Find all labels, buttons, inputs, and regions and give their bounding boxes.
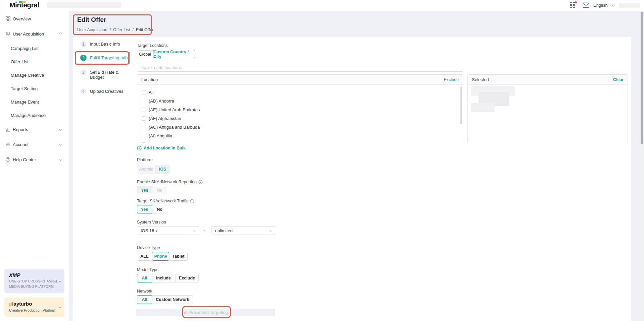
- step-label: Input Basic Info: [90, 41, 120, 47]
- scrollbar-thumb[interactable]: [641, 12, 643, 144]
- sidebar-item-manage-audience[interactable]: Manage Audience: [0, 112, 69, 119]
- checkbox[interactable]: [142, 142, 146, 143]
- xmp-promo-card[interactable]: XMP ONE-STOP CROSS-CHANNEL MEDIA BUYING …: [4, 269, 64, 293]
- sidebar-item-manage-event[interactable]: Manage Event: [0, 99, 69, 105]
- apps-grid-icon[interactable]: [569, 2, 576, 9]
- chevron-down-icon[interactable]: [612, 3, 615, 7]
- chevron-down-icon: [269, 229, 272, 232]
- location-row[interactable]: (AL) Albania: [137, 140, 463, 143]
- checkbox[interactable]: [142, 134, 146, 138]
- location-row[interactable]: (AD) Andorra: [137, 97, 463, 105]
- skad-traffic-no-button[interactable]: No: [152, 205, 167, 213]
- step-3-set-bid-rate-budget[interactable]: 3 Set Bid Rate & Budget: [80, 69, 124, 80]
- location-row[interactable]: (AI) Anguilla: [137, 131, 463, 140]
- custom-country-city-button[interactable]: Custom Country / City: [153, 50, 195, 58]
- bulk-link-label: Add Location in Bulk: [144, 146, 186, 150]
- add-location-in-bulk-link[interactable]: Add Location in Bulk: [137, 146, 186, 150]
- location-row[interactable]: All: [137, 88, 463, 97]
- breadcrumb-offer-list[interactable]: Offer List: [113, 27, 130, 32]
- sidebar-item-account[interactable]: Account: [0, 141, 69, 148]
- info-icon[interactable]: [190, 199, 194, 203]
- skad-reporting-toggle-disabled: Yes No: [137, 186, 167, 194]
- sidebar-item-offer-list[interactable]: Offer List: [0, 58, 69, 65]
- redacted-account-info: [47, 2, 121, 8]
- sidebar-item-campaign-list[interactable]: Campaign List: [0, 45, 69, 52]
- checkbox[interactable]: [142, 99, 146, 103]
- model-exclude-button[interactable]: Exclude: [175, 274, 199, 282]
- advanced-targeting-toggle[interactable]: Advanced Targeting: [136, 309, 275, 316]
- language-label: English: [593, 3, 608, 8]
- model-type-label: Model Type: [137, 267, 158, 272]
- device-phone-button[interactable]: Phone: [152, 252, 169, 261]
- info-icon[interactable]: [198, 180, 203, 184]
- skad-reporting-label-text: Enable SKAdNetwork Reporting: [137, 180, 197, 184]
- selected-panel-header: Selected Clear: [468, 75, 628, 85]
- breadcrumb-separator: /: [110, 27, 111, 32]
- sidebar-item-label: User Acquisition: [13, 31, 44, 37]
- step-number: 3: [80, 69, 87, 75]
- location-row[interactable]: (AF) Afghanistan: [137, 114, 463, 123]
- network-custom-button[interactable]: Custom Network: [152, 295, 193, 304]
- target-locations-label: Target Locations: [137, 43, 168, 48]
- model-include-button[interactable]: Include: [152, 274, 175, 282]
- step-2-fulfill-targeting-info[interactable]: 2 Fulfill Targeting Info: [80, 55, 128, 61]
- model-all-button[interactable]: All: [137, 274, 152, 282]
- language-selector[interactable]: English: [593, 3, 608, 8]
- playturbo-logo: playturbo: [9, 301, 32, 307]
- step-label: Upload Creatives: [90, 88, 123, 94]
- device-type-label: Device Type: [137, 245, 160, 250]
- page-title: Edit Offer: [77, 16, 106, 23]
- playturbo-promo-card[interactable]: playturbo Creative Production Platform: [4, 298, 64, 317]
- system-version-from-select[interactable]: IOS 16.x: [137, 226, 199, 235]
- plus-circle-icon: [137, 146, 142, 150]
- system-version-to-select[interactable]: unlimited: [211, 226, 275, 235]
- yes-option-selected: Yes: [137, 186, 152, 194]
- skad-traffic-yes-button[interactable]: Yes: [137, 205, 152, 213]
- platform-toggle-disabled: Android iOS: [137, 165, 170, 174]
- sidebar-item-label: Manage Event: [11, 100, 39, 105]
- top-header: Mintegral English: [0, 0, 644, 11]
- location-row[interactable]: (AE) United Arab Emirates: [137, 105, 463, 114]
- step-1-input-basic-info[interactable]: 1 Input Basic Info: [80, 41, 120, 47]
- sidebar-item-help-center[interactable]: Help Center: [0, 156, 69, 163]
- platform-label: Platform: [137, 157, 153, 162]
- sidebar-item-overview[interactable]: Overview: [0, 15, 69, 22]
- checkbox[interactable]: [142, 116, 146, 121]
- chevron-down-icon: [59, 143, 62, 146]
- clear-link[interactable]: Clear: [613, 77, 624, 82]
- device-tablet-button[interactable]: Tablet: [169, 252, 188, 261]
- chevron-up-icon: [59, 33, 62, 35]
- sidebar-item-reports[interactable]: Reports: [0, 126, 69, 133]
- checkbox[interactable]: [142, 90, 146, 94]
- device-all-button[interactable]: ALL: [137, 252, 152, 261]
- list-scrollbar[interactable]: [460, 87, 462, 124]
- skad-traffic-label: Target SKAdNetwork Traffic: [137, 199, 194, 203]
- checkbox[interactable]: [142, 125, 146, 129]
- location-list-panel: Location Exclude All (AD) Andorra (AE) U…: [137, 74, 463, 143]
- gear-icon: [5, 142, 11, 147]
- sidebar-item-label: Help Center: [13, 157, 36, 162]
- sidebar-nav: Overview User Acquisition Campaign List …: [0, 11, 69, 321]
- network-all-button[interactable]: All: [137, 295, 152, 304]
- location-search-input[interactable]: [137, 63, 463, 72]
- users-icon: [5, 31, 11, 37]
- global-button[interactable]: Global: [137, 50, 153, 58]
- chevron-down-icon: [59, 128, 62, 131]
- location-label: (AL) Albania: [149, 142, 172, 143]
- breadcrumb-user-acquisition[interactable]: User Acquisition: [77, 27, 107, 32]
- sidebar-item-manage-creative[interactable]: Manage Creative: [0, 72, 69, 78]
- mail-icon[interactable]: [583, 2, 589, 9]
- exclude-link[interactable]: Exclude: [444, 77, 459, 82]
- selected-panel: Selected Clear: [467, 74, 628, 143]
- sidebar-item-target-setting[interactable]: Target Setting: [0, 85, 69, 92]
- checkbox[interactable]: [142, 108, 146, 112]
- sidebar-item-user-acquisition[interactable]: User Acquisition: [0, 30, 69, 37]
- redacted-selected-item: [471, 103, 495, 112]
- step-label: Fulfill Targeting Info: [90, 55, 128, 60]
- location-row[interactable]: (AG) Antigua and Barbuda: [137, 123, 463, 131]
- location-label: (AI) Anguilla: [149, 133, 172, 138]
- breadcrumb-separator: /: [133, 27, 134, 32]
- selected-header-label: Selected: [472, 77, 489, 82]
- step-4-upload-creatives[interactable]: 4 Upload Creatives: [80, 88, 123, 94]
- chevron-right-arrow-icon: [59, 279, 61, 282]
